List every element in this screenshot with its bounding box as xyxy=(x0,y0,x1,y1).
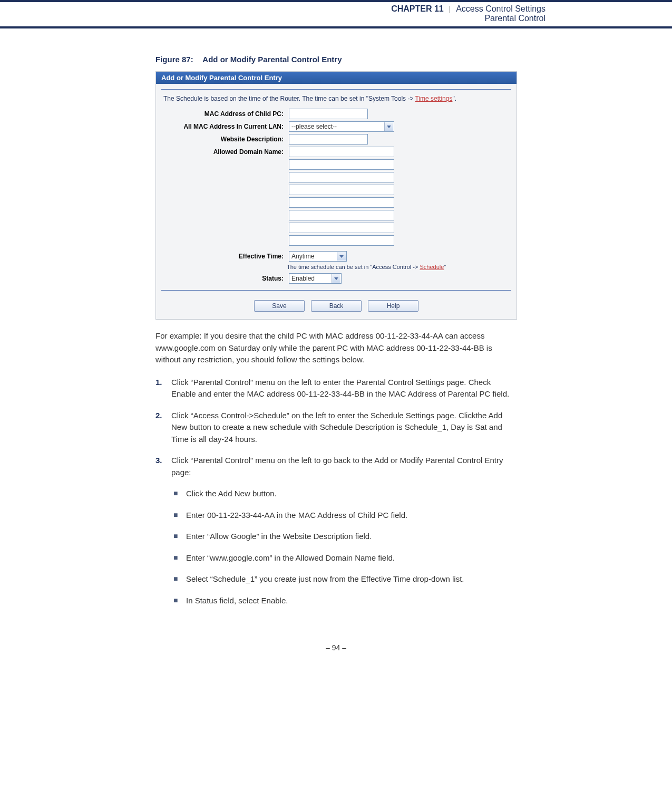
sub-item: ■ In Status field, select Enable. xyxy=(173,595,517,607)
bullet-icon: ■ xyxy=(173,488,186,500)
time-settings-link[interactable]: Time settings xyxy=(415,95,453,102)
sub-text: Enter “Allow Google” in the Website Desc… xyxy=(186,531,517,543)
sub-item: ■ Enter “www.google.com” in the Allowed … xyxy=(173,552,517,564)
panel-divider-top xyxy=(161,89,511,90)
sub-item: ■ Select “Schedule_1” you create just no… xyxy=(173,573,517,585)
panel-divider-bottom xyxy=(161,290,511,291)
sub-text: Enter “www.google.com” in the Allowed Do… xyxy=(186,552,517,564)
panel-title: Add or Modify Parental Control Entry xyxy=(156,72,517,84)
step-number: 1. xyxy=(155,377,171,400)
row-domain-4 xyxy=(156,184,517,196)
row-domain-1: Allowed Domain Name: xyxy=(156,146,517,158)
figure-number: Figure 87: xyxy=(155,55,193,64)
panel-note-suffix: ". xyxy=(452,95,456,102)
input-domain-8[interactable] xyxy=(289,235,394,246)
input-domain-7[interactable] xyxy=(289,223,394,233)
panel-note-prefix: The Schedule is based on the time of the… xyxy=(163,95,415,102)
figure-caption: Figure 87: Add or Modify Parental Contro… xyxy=(155,55,517,64)
label-mac-child: MAC Address of Child PC: xyxy=(163,110,289,118)
header-title: Access Control Settings xyxy=(456,4,546,13)
chevron-down-icon xyxy=(337,252,346,261)
chevron-down-icon xyxy=(384,122,393,131)
row-effective-time: Effective Time: Anytime xyxy=(156,250,517,263)
bullet-icon: ■ xyxy=(173,509,186,522)
sub-item: ■ Click the Add New button. xyxy=(173,488,517,500)
hint-suffix: " xyxy=(444,264,446,270)
step-text: Click “Access Control->Schedule” on the … xyxy=(171,410,517,446)
schedule-link[interactable]: Schedule xyxy=(420,264,444,270)
row-domain-7 xyxy=(156,222,517,234)
row-domain-5 xyxy=(156,196,517,209)
label-all-mac: All MAC Address In Current LAN: xyxy=(163,123,289,130)
chapter-label: CHAPTER 11 xyxy=(391,4,444,13)
chevron-down-icon xyxy=(332,274,340,283)
label-effective-time: Effective Time: xyxy=(163,253,289,260)
select-status[interactable]: Enabled xyxy=(289,273,342,284)
input-domain-6[interactable] xyxy=(289,210,394,220)
step-2: 2. Click “Access Control->Schedule” on t… xyxy=(155,410,517,446)
back-button[interactable]: Back xyxy=(311,300,362,312)
row-domain-8 xyxy=(156,234,517,247)
panel-note: The Schedule is based on the time of the… xyxy=(156,93,517,108)
step-3: 3. Click “Parental Control” menu on the … xyxy=(155,455,517,478)
step-1: 1. Click “Parental Control” menu on the … xyxy=(155,377,517,400)
bullet-icon: ■ xyxy=(173,573,186,585)
header-subtitle: Parental Control xyxy=(484,14,546,23)
select-all-mac-value: --please select-- xyxy=(291,123,337,130)
sub-text: Enter 00-11-22-33-44-AA in the MAC Addre… xyxy=(186,509,517,522)
row-mac-child: MAC Address of Child PC: xyxy=(156,108,517,120)
input-domain-3[interactable] xyxy=(289,172,394,182)
page-footer: – 94 – xyxy=(0,643,672,662)
row-domain-2 xyxy=(156,158,517,171)
sub-text: In Status field, select Enable. xyxy=(186,595,517,607)
label-status: Status: xyxy=(163,275,289,282)
input-domain-4[interactable] xyxy=(289,185,394,195)
row-status: Status: Enabled xyxy=(156,272,517,285)
input-mac-child[interactable] xyxy=(289,109,368,119)
sub-item: ■ Enter “Allow Google” in the Website De… xyxy=(173,531,517,543)
step-number: 3. xyxy=(155,455,171,478)
sub-item: ■ Enter 00-11-22-33-44-AA in the MAC Add… xyxy=(173,509,517,522)
button-row: Save Back Help xyxy=(156,294,517,319)
sub-text: Click the Add New button. xyxy=(186,488,517,500)
label-website-desc: Website Description: xyxy=(163,136,289,143)
intro-paragraph: For example: If you desire that the chil… xyxy=(155,330,517,366)
input-domain-5[interactable] xyxy=(289,197,394,208)
sub-text: Select “Schedule_1” you create just now … xyxy=(186,573,517,585)
parental-control-panel: Add or Modify Parental Control Entry The… xyxy=(155,71,517,320)
input-domain-2[interactable] xyxy=(289,159,394,170)
select-effective-time-value: Anytime xyxy=(291,253,314,260)
help-button[interactable]: Help xyxy=(368,300,418,312)
body-text: For example: If you desire that the chil… xyxy=(155,330,517,607)
hint-prefix: The time schedule can be set in "Access … xyxy=(287,264,420,270)
figure-title: Add or Modify Parental Control Entry xyxy=(202,55,342,64)
header-separator: | xyxy=(449,5,451,13)
bullet-icon: ■ xyxy=(173,531,186,543)
effective-time-hint: The time schedule can be set in "Access … xyxy=(156,263,517,272)
step-number: 2. xyxy=(155,410,171,446)
select-effective-time[interactable]: Anytime xyxy=(289,251,347,262)
label-allowed-domain: Allowed Domain Name: xyxy=(163,148,289,156)
step-text: Click “Parental Control” menu on the lef… xyxy=(171,455,517,478)
bullet-icon: ■ xyxy=(173,552,186,564)
row-website-desc: Website Description: xyxy=(156,133,517,146)
input-domain-1[interactable] xyxy=(289,147,394,157)
select-all-mac[interactable]: --please select-- xyxy=(289,121,394,132)
header-rule xyxy=(0,26,672,28)
step-text: Click “Parental Control” menu on the lef… xyxy=(171,377,517,400)
save-button[interactable]: Save xyxy=(254,300,305,312)
select-status-value: Enabled xyxy=(291,275,315,282)
row-all-mac: All MAC Address In Current LAN: --please… xyxy=(156,120,517,133)
page-header: CHAPTER 11 | Access Control Settings Par… xyxy=(0,0,672,25)
bullet-icon: ■ xyxy=(173,595,186,607)
row-domain-3 xyxy=(156,171,517,184)
input-website-desc[interactable] xyxy=(289,134,368,145)
row-domain-6 xyxy=(156,209,517,222)
